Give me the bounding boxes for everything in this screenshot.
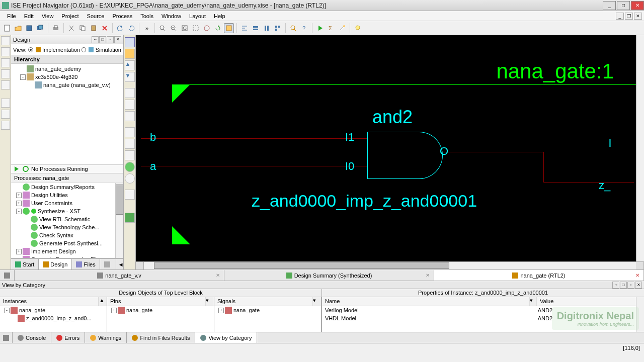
run-button[interactable] (315, 23, 325, 33)
strip-new-icon[interactable] (1, 36, 10, 45)
print-button[interactable] (51, 23, 61, 33)
vbc-max-button[interactable]: ▫ (627, 282, 634, 289)
new-button[interactable] (2, 23, 12, 33)
zoom-selection-button[interactable] (202, 23, 212, 33)
zoom-in-button[interactable] (157, 23, 168, 33)
instances-list[interactable]: -nana_gatez_and0000_imp_z_and0... (0, 306, 107, 332)
process-row[interactable]: View RTL Schematic (11, 215, 123, 223)
redo-button[interactable] (126, 23, 136, 33)
find-button[interactable] (288, 23, 298, 33)
list-item[interactable]: z_and0000_imp_z_and0... (0, 314, 107, 322)
undo-button[interactable] (115, 23, 125, 33)
wire-out[interactable] (543, 182, 634, 183)
console-tab-warnings[interactable]: Warnings (85, 332, 127, 343)
doc-tab[interactable]: nana_gate (RTL2)✕ (434, 270, 644, 281)
help-context-button[interactable]: ? (299, 23, 309, 33)
play-icon[interactable] (13, 165, 20, 172)
list-item[interactable]: +nana_gate (214, 306, 321, 314)
wire-b[interactable] (141, 138, 367, 139)
sch-tool-9[interactable] (125, 213, 135, 223)
console-tab-errors[interactable]: Errors (51, 332, 85, 343)
open-button[interactable] (13, 23, 23, 33)
process-row[interactable]: Generate Post-Synthesi... (11, 239, 123, 247)
property-row[interactable]: Verilog ModelAND2 (322, 306, 644, 314)
and-gate-body[interactable] (367, 132, 423, 179)
strip-open-icon[interactable] (1, 47, 10, 56)
schematic-viewer[interactable]: ➤ nana_gate:1 and2 z_and0000_imp_z_and00… (136, 35, 644, 269)
sch-tool-1[interactable] (125, 88, 135, 98)
menu-edit[interactable]: Edit (20, 12, 38, 20)
signals-list[interactable]: +nana_gate (214, 306, 321, 332)
menu-window[interactable]: Window (157, 12, 185, 20)
wire-vert[interactable] (543, 152, 544, 182)
nav-up-button[interactable]: ▲ (125, 60, 135, 70)
doc-tab[interactable]: Design Summary (Synthesized)✕ (224, 270, 434, 281)
process-row[interactable]: +Implement Design (11, 247, 123, 255)
delete-button[interactable] (100, 23, 110, 33)
sch-tool-7[interactable] (125, 173, 135, 184)
prop-value-header[interactable]: Value (537, 297, 644, 306)
sch-ok-icon[interactable] (125, 162, 135, 172)
process-row[interactable]: +Design Utilities (11, 191, 123, 199)
sch-tool-6[interactable] (125, 150, 135, 160)
nav-down-button[interactable]: ▼ (125, 72, 135, 82)
more-button[interactable]: » (142, 23, 152, 33)
pins-dropdown-icon[interactable]: ▾ (206, 297, 214, 306)
console-tab-view-by-category[interactable]: View by Category (195, 332, 257, 343)
hscroll-left-button[interactable] (136, 262, 144, 269)
sch-tool-2[interactable] (125, 100, 135, 110)
refresh-button[interactable] (213, 23, 223, 33)
console-tab-find-in-files-results[interactable]: Find in Files Results (127, 332, 195, 343)
processes-tree[interactable]: Design Summary/Reports+Design Utilities+… (11, 183, 123, 258)
mdi-minimize-button[interactable]: _ (616, 13, 624, 20)
pins-header[interactable]: Pins (107, 297, 206, 306)
menu-process[interactable]: Process (108, 12, 136, 20)
maximize-button[interactable]: □ (617, 1, 630, 10)
select-tool-button[interactable] (125, 37, 135, 47)
schematic-hscrollbar[interactable] (136, 261, 644, 269)
property-row[interactable]: VHDL ModelAND2 (322, 314, 644, 322)
tab-close-icon[interactable]: ✕ (426, 273, 432, 279)
save-button[interactable] (24, 23, 34, 33)
hierarchy-tree[interactable]: nana_gate_udemy-xc3s500e-4fg320nana_gate… (11, 64, 123, 164)
wire-o[interactable] (443, 152, 543, 152)
menu-layout[interactable]: Layout (185, 12, 210, 20)
tab-start[interactable]: Start (11, 259, 39, 269)
strip-reports-icon[interactable] (1, 110, 10, 119)
properties-scrollbar[interactable] (636, 297, 644, 332)
process-row[interactable]: View Technology Sche... (11, 223, 123, 231)
sigma-button[interactable]: Σ (326, 23, 336, 33)
menu-help[interactable]: Help (210, 12, 229, 20)
strip-files-icon[interactable] (1, 80, 10, 89)
mdi-restore-button[interactable]: ❐ (625, 13, 633, 20)
panel-close-button[interactable]: ✕ (114, 36, 121, 43)
process-row[interactable]: Generate Programming File (11, 255, 123, 258)
panel-max-button[interactable]: ▫ (107, 36, 114, 43)
zoom-area-button[interactable] (191, 23, 201, 33)
align-dist-button[interactable] (262, 23, 272, 33)
prop-name-dropdown-icon[interactable]: ▾ (530, 297, 537, 306)
hscroll-thumb[interactable] (154, 262, 449, 269)
wand-button[interactable] (337, 23, 347, 33)
tips-button[interactable] (353, 23, 363, 33)
vbc-close-button[interactable]: ✕ (635, 282, 642, 289)
signals-dropdown-icon[interactable]: ▾ (313, 297, 321, 306)
menu-file[interactable]: File (3, 12, 20, 20)
pan-tool-button[interactable] (125, 49, 135, 59)
vbc-float-button[interactable]: ↔ (612, 282, 619, 289)
simulation-radio[interactable] (82, 47, 86, 52)
sch-tool-5[interactable] (125, 139, 135, 149)
strip-library-icon[interactable] (1, 69, 10, 78)
sch-tool-8[interactable] (125, 190, 135, 200)
menu-view[interactable]: View (38, 12, 58, 20)
implementation-radio[interactable] (28, 47, 33, 52)
sch-tool-3[interactable] (125, 111, 135, 121)
minimize-button[interactable]: _ (603, 1, 616, 10)
menu-tools[interactable]: Tools (136, 12, 157, 20)
processes-scrollbar[interactable] (115, 183, 123, 258)
hscroll-right-button[interactable] (636, 262, 644, 269)
strip-options-icon[interactable] (1, 121, 10, 130)
align-left-button[interactable] (239, 23, 250, 33)
cut-button[interactable] (66, 23, 76, 33)
tree-row[interactable]: -xc3s500e-4fg320 (11, 73, 123, 81)
